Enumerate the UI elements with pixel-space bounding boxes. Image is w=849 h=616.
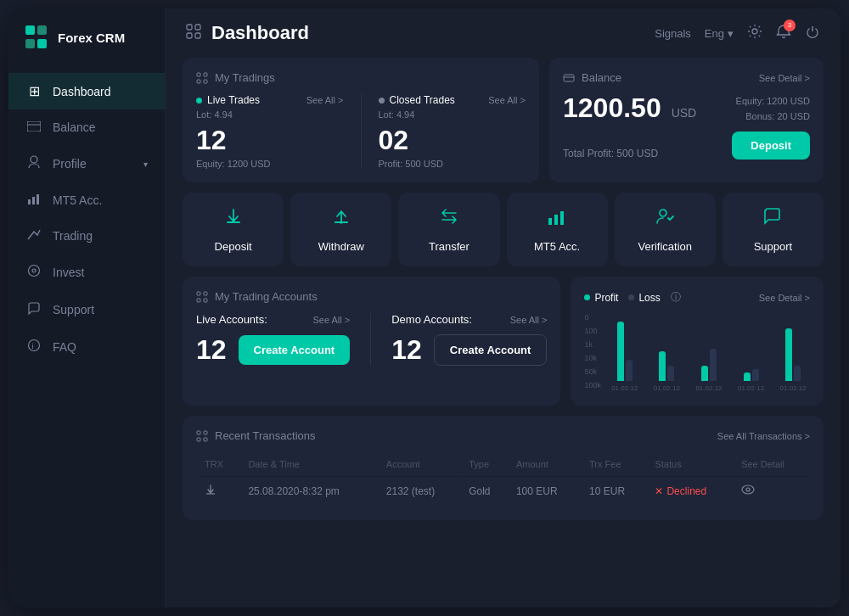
balance-title: Balance [563, 71, 621, 84]
action-deposit[interactable]: Deposit [183, 193, 284, 266]
closed-see-all[interactable]: See All > [488, 95, 526, 105]
eye-icon[interactable] [741, 485, 755, 497]
sidebar-item-faq[interactable]: i FAQ [8, 328, 165, 366]
bar-pair-4 [744, 313, 759, 381]
chart-y-axis: 100k 50k 10k 1k 100 0 [584, 313, 601, 389]
settings-button[interactable] [747, 24, 762, 43]
live-dot [196, 98, 202, 104]
profit-bar-4 [744, 372, 751, 381]
sidebar-item-invest[interactable]: Invest [8, 254, 165, 291]
logo-area: Forex CRM [8, 25, 165, 73]
svg-point-37 [746, 488, 750, 491]
live-accounts-see-all[interactable]: See All > [312, 315, 350, 325]
trading-accounts-card: My Trading Accounts Live Accounts: See A… [183, 277, 560, 406]
col-detail: See Detail [734, 454, 808, 474]
svg-rect-18 [204, 80, 207, 83]
invest-icon [25, 264, 42, 281]
sidebar-item-label: Profile [53, 157, 87, 171]
logo-square-2 [37, 25, 47, 35]
y-label-0: 100k [584, 381, 601, 389]
balance-total-profit: Total Profit: 500 USD [563, 148, 658, 160]
action-withdraw[interactable]: Withdraw [290, 193, 391, 266]
sidebar-item-label: Trading [53, 229, 93, 243]
sidebar-item-balance[interactable]: Balance [8, 109, 165, 145]
trade-divider [361, 94, 362, 169]
create-demo-account-button[interactable]: Create Account [434, 334, 548, 366]
bar-group-2: 01.02.12 [650, 313, 684, 392]
bar-group-5: 01.02.12 [776, 313, 810, 392]
mt5-icon [25, 193, 42, 208]
svg-point-6 [29, 266, 40, 277]
accounts-title: My Trading Accounts [196, 290, 318, 303]
live-accounts-body: 12 Create Account [196, 334, 350, 366]
verification-action-label: Verification [638, 240, 692, 253]
profit-bar-2 [659, 351, 666, 381]
live-equity: Equity: 1200 USD [196, 159, 344, 169]
demo-accounts-see-all[interactable]: See All > [510, 315, 548, 325]
transactions-title-text: Recent Transactions [215, 429, 316, 442]
col-fee: Trx Fee [582, 454, 646, 474]
create-live-account-button[interactable]: Create Account [239, 335, 351, 365]
svg-rect-33 [197, 438, 200, 441]
svg-rect-15 [197, 73, 200, 76]
deposit-button[interactable]: Deposit [732, 132, 810, 160]
signals-button[interactable]: Signals [655, 27, 691, 40]
loss-bar-3 [710, 349, 717, 381]
see-all-transactions[interactable]: See All Transactions > [717, 431, 810, 441]
balance-see-detail[interactable]: See Detail > [759, 73, 810, 83]
svg-rect-23 [548, 218, 552, 225]
svg-rect-12 [187, 33, 192, 38]
loss-bar-4 [752, 369, 759, 381]
trades-row: Live Trades See All > Lot: 4.94 12 Equit… [196, 94, 526, 169]
closed-dot [379, 98, 385, 104]
svg-rect-27 [197, 292, 200, 295]
profile-chevron-icon: ▾ [143, 160, 148, 169]
closed-profit: Profit: 500 USD [379, 159, 526, 169]
balance-card: Balance See Detail > 1200.50 USD Equit [549, 58, 824, 182]
loss-bar-5 [794, 366, 801, 381]
action-transfer[interactable]: Transfer [398, 193, 499, 266]
action-mt5[interactable]: MT5 Acc. [507, 193, 608, 266]
profit-loss-chart-card: Profit Loss ⓘ See Detail > 100k [571, 277, 824, 406]
transfer-action-label: Transfer [429, 240, 469, 253]
y-label-3: 1k [584, 340, 601, 349]
svg-rect-4 [32, 197, 35, 204]
svg-point-36 [742, 485, 754, 494]
declined-x-icon: ✕ [655, 485, 663, 497]
live-lot: Lot: 4.94 [196, 109, 344, 120]
bar-group-3: 01.02.12 [692, 313, 726, 392]
power-button[interactable] [805, 24, 820, 43]
transactions-header: Recent Transactions See All Transactions… [196, 429, 810, 442]
action-support[interactable]: Support [722, 193, 824, 266]
bar-group-4: 01.02.12 [734, 313, 768, 392]
dashboard-grid-icon [186, 24, 201, 43]
svg-rect-32 [204, 431, 207, 434]
cell-see-detail [734, 476, 808, 505]
loss-bar-2 [667, 366, 674, 381]
sidebar-item-profile[interactable]: Profile ▾ [8, 145, 165, 182]
live-trades-label: Live Trades See All > [196, 94, 344, 106]
chart-see-detail[interactable]: See Detail > [759, 293, 810, 303]
svg-rect-16 [204, 73, 207, 76]
notifications-button[interactable]: 3 [776, 24, 791, 43]
tradings-title: My Tradings [196, 71, 275, 84]
closed-trades-label: Closed Trades See All > [379, 94, 526, 106]
language-selector[interactable]: Eng ▾ [705, 27, 734, 40]
closed-trades-section: Closed Trades See All > Lot: 4.94 02 Pro… [379, 94, 526, 169]
svg-rect-10 [187, 25, 192, 30]
notification-badge: 3 [784, 20, 796, 31]
sidebar-item-label: Balance [53, 120, 96, 134]
svg-text:i: i [32, 342, 34, 350]
chart-info-icon[interactable]: ⓘ [671, 290, 681, 305]
transactions-title: Recent Transactions [196, 429, 316, 442]
support-icon [25, 301, 42, 318]
live-see-all[interactable]: See All > [306, 95, 344, 105]
sidebar-item-support[interactable]: Support [8, 291, 165, 328]
bar-label-1: 01.02.12 [611, 384, 638, 392]
chart-legend: Profit Loss ⓘ [584, 290, 680, 305]
sidebar-item-dashboard[interactable]: ⊞ Dashboard [8, 73, 165, 109]
sidebar-item-trading[interactable]: Trading [8, 218, 165, 254]
action-verification[interactable]: Verification [615, 193, 716, 266]
demo-accounts-title: Demo Accounts: [391, 313, 472, 326]
sidebar-item-mt5[interactable]: MT5 Acc. [8, 182, 165, 218]
